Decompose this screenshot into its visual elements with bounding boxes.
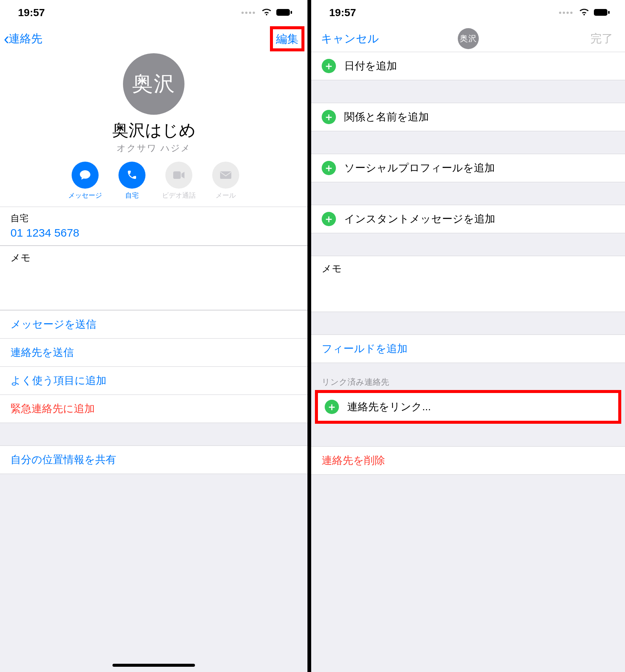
add-date-button[interactable]: ＋ 日付を追加 xyxy=(311,52,625,80)
battery-icon xyxy=(276,7,292,19)
contact-name: 奥沢はじめ xyxy=(112,119,196,141)
contact-actions: メッセージ 自宅 ビデオ通話 メール xyxy=(68,162,239,200)
svg-rect-3 xyxy=(220,171,231,179)
phone-number: 01 1234 5678 xyxy=(10,226,297,239)
add-im-label: インスタントメッセージを追加 xyxy=(344,212,495,226)
nav-bar: キャンセル 奥沢 完了 xyxy=(311,26,625,52)
send-message-button[interactable]: メッセージを送信 xyxy=(0,310,307,339)
contact-edit-screen: 19:57 キャンセル 奥沢 完了 ＋ 日付を追加 ＋ 関係と名前を追加 xyxy=(311,0,625,672)
signal-dots-icon xyxy=(559,12,573,14)
home-indicator[interactable] xyxy=(112,664,195,667)
avatar-initials: 奥沢 xyxy=(132,70,175,98)
avatar-mini-initials: 奥沢 xyxy=(460,33,477,44)
add-emergency-button[interactable]: 緊急連絡先に追加 xyxy=(0,395,307,423)
mail-icon xyxy=(212,162,239,189)
bottom-spacer xyxy=(0,474,307,672)
contact-view-screen: 19:57 ‹ 連絡先 編集 奥沢 奥沢はじめ オクサワ ハジメ xyxy=(0,0,311,672)
status-indicators xyxy=(241,7,292,19)
add-social-button[interactable]: ＋ ソーシャルプロフィールを追加 xyxy=(311,154,625,182)
svg-rect-4 xyxy=(594,9,607,16)
video-icon xyxy=(165,162,192,189)
status-indicators xyxy=(559,7,610,19)
phone-field[interactable]: 自宅 01 1234 5678 xyxy=(0,207,307,246)
plus-icon: ＋ xyxy=(325,400,339,414)
svg-rect-5 xyxy=(608,11,610,14)
wifi-icon xyxy=(579,7,590,19)
memo-label: メモ xyxy=(322,263,342,274)
back-button[interactable]: ‹ 連絡先 xyxy=(4,30,42,47)
link-contact-label: 連絡先をリンク... xyxy=(347,400,431,414)
avatar-mini[interactable]: 奥沢 xyxy=(458,28,479,49)
plus-icon: ＋ xyxy=(322,59,336,73)
edit-button-highlight: 編集 xyxy=(270,26,304,51)
svg-rect-2 xyxy=(173,171,181,179)
add-social-label: ソーシャルプロフィールを追加 xyxy=(344,161,495,175)
delete-contact-button[interactable]: 連絡先を削除 xyxy=(311,446,625,475)
signal-dots-icon xyxy=(241,12,255,14)
add-date-label: 日付を追加 xyxy=(344,59,397,73)
message-icon xyxy=(72,162,99,189)
link-contact-button[interactable]: ＋ 連絡先をリンク... xyxy=(318,393,618,421)
wifi-icon xyxy=(261,7,272,19)
add-field-button[interactable]: フィールドを追加 xyxy=(311,334,625,363)
svg-rect-0 xyxy=(276,9,290,16)
video-label: ビデオ通話 xyxy=(162,191,196,200)
mail-action: メール xyxy=(212,162,239,200)
avatar[interactable]: 奥沢 xyxy=(123,53,184,115)
svg-rect-1 xyxy=(291,11,292,14)
cancel-button[interactable]: キャンセル xyxy=(315,31,379,46)
status-bar: 19:57 xyxy=(0,0,307,26)
phone-label: 自宅 xyxy=(10,212,297,224)
add-favorite-button[interactable]: よく使う項目に追加 xyxy=(0,367,307,395)
linked-contacts-label: リンク済み連絡先 xyxy=(311,376,625,392)
share-contact-button[interactable]: 連絡先を送信 xyxy=(0,339,307,367)
share-location-button[interactable]: 自分の位置情報を共有 xyxy=(0,446,307,474)
plus-icon: ＋ xyxy=(322,110,336,124)
plus-icon: ＋ xyxy=(322,161,336,175)
done-button[interactable]: 完了 xyxy=(591,31,621,46)
call-label: 自宅 xyxy=(125,191,139,200)
message-action[interactable]: メッセージ xyxy=(68,162,102,200)
link-contact-highlight: ＋ 連絡先をリンク... xyxy=(315,390,621,424)
status-bar: 19:57 xyxy=(311,0,625,26)
message-label: メッセージ xyxy=(68,191,102,200)
memo-field[interactable]: メモ xyxy=(311,256,625,312)
memo-label: メモ xyxy=(10,251,297,264)
status-time: 19:57 xyxy=(329,7,356,19)
nav-bar: ‹ 連絡先 編集 xyxy=(0,26,307,52)
add-relation-label: 関係と名前を追加 xyxy=(344,110,429,124)
back-label: 連絡先 xyxy=(9,31,42,46)
call-action[interactable]: 自宅 xyxy=(118,162,145,200)
contact-furigana: オクサワ ハジメ xyxy=(117,142,191,154)
profile-header: 奥沢 奥沢はじめ オクサワ ハジメ メッセージ 自宅 ビデオ通話 xyxy=(0,52,307,207)
add-im-button[interactable]: ＋ インスタントメッセージを追加 xyxy=(311,205,625,233)
phone-icon xyxy=(118,162,145,189)
memo-field[interactable]: メモ xyxy=(0,246,307,310)
spacer xyxy=(0,423,307,446)
video-action: ビデオ通話 xyxy=(162,162,196,200)
mail-label: メール xyxy=(216,191,236,200)
add-relation-button[interactable]: ＋ 関係と名前を追加 xyxy=(311,103,625,131)
plus-icon: ＋ xyxy=(322,212,336,226)
battery-icon xyxy=(594,7,610,19)
edit-button[interactable]: 編集 xyxy=(276,32,298,47)
status-time: 19:57 xyxy=(18,7,45,19)
